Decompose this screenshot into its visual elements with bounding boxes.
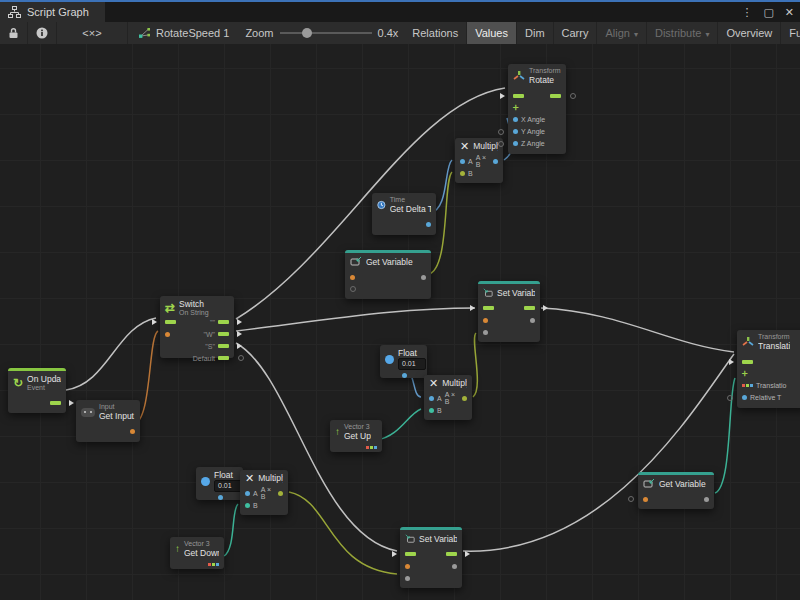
node-set-variable-mid[interactable]: Set Variable [478,281,540,342]
fallback-port[interactable] [350,286,356,292]
y-angle-port[interactable] [513,129,518,134]
name-input-port[interactable] [643,497,648,502]
output-port[interactable] [278,491,283,496]
inspect-button[interactable] [28,22,57,44]
wire-arrow [470,305,475,311]
value-input-port[interactable] [483,330,488,335]
window-menu-icon[interactable]: ⋮ [741,6,752,19]
value-output-port[interactable] [704,497,709,502]
flow-input-port[interactable] [165,320,176,324]
node-vector3-get-down[interactable]: ↑ Vector 3 Get Down [170,537,224,569]
node-category: Transform [529,67,561,75]
wire-getup-multiply [377,409,421,440]
carry-toggle[interactable]: Carry [554,22,598,44]
node-on-update[interactable]: ↻ On Update Event [8,368,66,413]
window-maximize-icon[interactable]: ▢ [763,6,773,19]
node-get-delta-time[interactable]: Time Get Delta Time [372,193,436,235]
selector-input-port[interactable] [165,332,170,337]
input-b-port[interactable] [245,503,250,508]
float-value-input[interactable]: 0.01 [214,480,242,492]
flow-output-port[interactable] [550,94,561,98]
align-dropdown[interactable]: Align▾ [597,22,646,44]
value-output-port[interactable] [421,275,426,280]
zoom-control: Zoom 0.4x [239,22,404,44]
graph-breadcrumb[interactable]: RotateSpeed 1 [128,22,239,44]
flow-output-port[interactable] [218,344,229,348]
node-switch-on-string[interactable]: ⇄ Switch On String "" "W" "S" Default [160,296,234,358]
tab-script-graph[interactable]: Script Graph [0,2,105,22]
node-get-variable-bot[interactable]: Get Variable [638,472,714,509]
transform-target-icon: ✛ [513,103,519,113]
relative-to-port[interactable] [742,395,747,400]
flow-output-port[interactable] [524,306,535,310]
relations-toggle[interactable]: Relations [404,22,467,44]
input-b-port[interactable] [429,408,434,413]
node-multiply-top[interactable]: ✕ Multiply A A × B B [455,138,503,183]
vector3-output-port[interactable] [208,563,219,566]
node-translate[interactable]: Transform Translati ✛ Translatio Relativ… [737,330,800,408]
flow-input-port[interactable] [742,360,753,364]
wire-setvar-bot-translate [463,354,734,551]
float-output-port[interactable] [218,495,223,500]
flow-output-port[interactable] [50,401,61,405]
name-input-port[interactable] [350,275,355,280]
node-float-top[interactable]: Float 0.01 [380,345,427,378]
wire-setvar-mid-translate [541,308,734,352]
zoom-to-fit-button[interactable]: <×> [57,22,128,44]
flow-input-port[interactable] [513,94,524,98]
flow-input-port[interactable] [405,552,416,556]
overview-button[interactable]: Overview [718,22,781,44]
string-output-port[interactable] [130,429,135,434]
values-toggle[interactable]: Values [467,22,517,44]
zoom-slider[interactable] [280,32,372,34]
output-port[interactable] [493,159,498,164]
flow-output-port[interactable] [218,356,229,360]
output-port[interactable] [462,396,467,401]
unconnected-port [570,93,576,99]
fullscreen-button[interactable]: Full Screen [781,22,800,44]
value-output-port[interactable] [452,564,457,569]
node-vector3-get-up[interactable]: ↑ Vector 3 Get Up [330,420,382,452]
translation-input-port[interactable] [742,384,753,387]
input-a-port[interactable] [460,159,465,164]
node-rotate[interactable]: Transform Rotate ✛ X Angle Y Angle Z Ang… [508,64,566,154]
float-output-port[interactable] [426,222,431,227]
lock-button[interactable] [0,22,28,44]
flow-output-port[interactable] [218,320,229,324]
multiply-icon: ✕ [460,141,469,151]
monitor-loop-icon: ↻ [13,378,23,388]
dim-toggle[interactable]: Dim [517,22,554,44]
input-b-port[interactable] [460,171,465,176]
z-angle-port[interactable] [513,141,518,146]
node-get-variable-top[interactable]: Get Variable [345,250,431,299]
node-title: Switch [179,299,209,309]
vector3-output-port[interactable] [366,446,377,449]
x-angle-port[interactable] [513,117,518,122]
input-a-port[interactable] [429,396,434,401]
input-a-port[interactable] [245,491,250,496]
name-input-port[interactable] [405,564,410,569]
code-icon: <×> [82,27,101,39]
float-output-port[interactable] [402,373,407,378]
wire-arrow [500,93,505,99]
zoom-slider-thumb[interactable] [302,28,312,38]
flow-input-port[interactable] [483,306,494,310]
node-get-input-string[interactable]: Input Get Input Strin [76,400,140,442]
flow-output-port[interactable] [218,332,229,336]
node-multiply-mid[interactable]: ✕ Multiply A A × B B [424,375,472,420]
graph-canvas[interactable]: ↻ On Update Event Input Get Input Strin [0,44,800,600]
node-multiply-bot[interactable]: ✕ Multiply A A × B B [240,470,288,515]
node-title: On Update [27,374,61,384]
node-set-variable-bot[interactable]: Set Variable [400,527,462,588]
switch-icon: ⇄ [165,303,175,313]
distribute-dropdown[interactable]: Distribute▾ [647,22,718,44]
window-close-icon[interactable]: ✕ [785,6,794,19]
wire-arrow [237,319,242,325]
float-value-input[interactable]: 0.01 [398,358,426,370]
value-output-port[interactable] [530,318,535,323]
name-input-port[interactable] [483,318,488,323]
zoom-value: 0.4x [378,27,399,39]
value-input-port[interactable] [405,576,410,581]
flow-output-port[interactable] [446,552,457,556]
node-float-bot[interactable]: Float 0.01 [196,467,243,500]
